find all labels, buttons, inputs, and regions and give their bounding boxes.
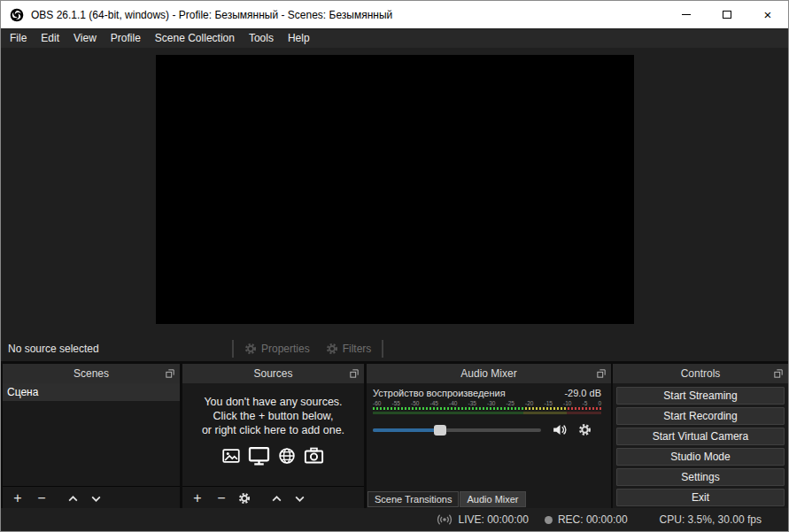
close-button[interactable]: × — [747, 1, 788, 28]
scale-tick: -20 — [525, 400, 533, 406]
move-scene-down-button[interactable] — [90, 493, 102, 505]
volume-meter-bar — [373, 412, 601, 414]
sources-empty-state: You don't have any sources. Click the + … — [182, 395, 364, 437]
display-icon — [248, 445, 270, 466]
preview-area — [1, 48, 788, 335]
maximize-icon — [723, 11, 731, 19]
minimize-button[interactable] — [666, 1, 707, 28]
source-properties-gear-icon[interactable] — [238, 492, 251, 505]
dock-area: Scenes Сцена + − Sources You don — [1, 361, 788, 510]
controls-dock-header[interactable]: Controls — [613, 364, 788, 383]
scale-tick: -30 — [487, 400, 495, 406]
controls-dock-title: Controls — [681, 367, 721, 380]
no-source-label: No source selected — [8, 343, 99, 355]
source-type-icons — [182, 445, 364, 466]
volume-meter-ticks — [373, 407, 601, 410]
maximize-button[interactable] — [707, 1, 747, 28]
live-icon — [436, 513, 453, 526]
scale-tick: -50 — [411, 400, 419, 406]
scenes-toolbar: + − — [3, 486, 180, 510]
menu-profile[interactable]: Profile — [104, 28, 148, 48]
close-icon: × — [764, 8, 772, 21]
add-scene-button[interactable]: + — [11, 490, 25, 506]
menu-tools[interactable]: Tools — [242, 28, 281, 48]
title-bar[interactable]: OBS 26.1.1 (64-bit, windows) - Profile: … — [1, 1, 788, 28]
dock-float-icon[interactable] — [597, 369, 606, 378]
volume-slider-fill — [373, 428, 440, 432]
controls-dock: Controls Start Streaming Start Recording… — [613, 364, 788, 510]
source-toolbar: No source selected Properties Filters — [1, 335, 788, 361]
mixer-channel-header: Устройство воспроизведения -29.0 dB — [373, 388, 601, 398]
settings-button[interactable]: Settings — [616, 468, 785, 486]
rec-icon — [545, 516, 553, 524]
mixer-settings-gear-icon[interactable] — [578, 423, 592, 436]
tab-scene-transitions[interactable]: Scene Transitions — [367, 491, 459, 507]
toolbar-separator — [232, 340, 234, 358]
exit-button[interactable]: Exit — [616, 489, 785, 506]
menu-file[interactable]: File — [3, 28, 34, 48]
minimize-icon — [682, 14, 691, 15]
volume-slider-handle[interactable] — [434, 425, 446, 436]
scale-tick: -40 — [449, 400, 457, 406]
audio-mixer-dock-header[interactable]: Audio Mixer — [367, 364, 611, 383]
move-source-down-button[interactable] — [294, 493, 306, 505]
dock-float-icon[interactable] — [166, 369, 174, 378]
camera-icon — [304, 446, 324, 466]
speaker-icon[interactable] — [552, 422, 567, 437]
sources-dock-title: Sources — [253, 367, 292, 380]
sources-dock: Sources You don't have any sources. Clic… — [182, 364, 364, 510]
start-streaming-button[interactable]: Start Streaming — [616, 387, 785, 405]
window-controls: × — [666, 1, 788, 28]
scale-tick: -45 — [430, 400, 438, 406]
menu-edit[interactable]: Edit — [34, 28, 66, 48]
remove-source-button[interactable]: − — [214, 490, 228, 506]
scenes-dock-title: Scenes — [73, 367, 109, 380]
move-source-up-button[interactable] — [271, 493, 282, 505]
sources-dock-header[interactable]: Sources — [182, 364, 364, 383]
sources-empty-line: or right click here to add one. — [182, 423, 364, 437]
properties-button-label: Properties — [261, 343, 310, 355]
live-status: LIVE: 00:00:00 — [458, 513, 528, 526]
sources-empty-line: Click the + button below, — [182, 409, 364, 423]
filters-button-label: Filters — [343, 343, 372, 355]
filters-button[interactable]: Filters — [318, 338, 380, 359]
gear-icon — [244, 343, 257, 355]
audio-mixer-dock: Audio Mixer Устройство воспроизведения -… — [367, 364, 611, 510]
menu-scene-collection[interactable]: Scene Collection — [148, 28, 242, 48]
sources-list[interactable]: You don't have any sources. Click the + … — [182, 383, 364, 486]
scenes-dock-header[interactable]: Scenes — [3, 364, 180, 383]
start-virtual-camera-button[interactable]: Start Virtual Camera — [616, 428, 785, 445]
scenes-dock: Scenes Сцена + − — [3, 364, 180, 510]
menu-bar: File Edit View Profile Scene Collection … — [1, 28, 788, 48]
menu-help[interactable]: Help — [281, 28, 317, 48]
studio-mode-button[interactable]: Studio Mode — [616, 448, 785, 466]
sources-empty-line: You don't have any sources. — [182, 395, 364, 409]
audio-mixer-body: Устройство воспроизведения -29.0 dB -60 … — [367, 383, 611, 486]
properties-button[interactable]: Properties — [236, 338, 318, 359]
start-recording-button[interactable]: Start Recording — [616, 407, 785, 425]
audio-mixer-dock-title: Audio Mixer — [460, 367, 516, 380]
dock-tab-bar: Scene Transitions Audio Mixer — [367, 491, 526, 507]
preview-canvas[interactable] — [156, 55, 634, 324]
volume-slider[interactable] — [373, 428, 541, 432]
gear-icon — [326, 343, 338, 355]
scene-item[interactable]: Сцена — [3, 383, 180, 401]
scale-tick: -35 — [468, 400, 476, 406]
scenes-list[interactable]: Сцена — [3, 383, 180, 486]
dock-float-icon[interactable] — [350, 369, 359, 378]
scale-tick: -10 — [563, 400, 571, 406]
dock-float-icon[interactable] — [774, 369, 783, 378]
globe-icon — [278, 447, 296, 465]
move-scene-up-button[interactable] — [67, 493, 79, 505]
scale-tick: -25 — [507, 400, 514, 406]
menu-view[interactable]: View — [66, 28, 104, 48]
remove-scene-button[interactable]: − — [35, 490, 49, 506]
sources-toolbar: + − — [182, 486, 364, 510]
obs-window: OBS 26.1.1 (64-bit, windows) - Profile: … — [0, 0, 789, 532]
cpu-status: CPU: 3.5%, 30.00 fps — [660, 513, 762, 526]
scale-tick: -60 — [373, 400, 381, 406]
audio-level-db: -29.0 dB — [564, 388, 601, 398]
add-source-button[interactable]: + — [190, 490, 205, 506]
tab-audio-mixer[interactable]: Audio Mixer — [460, 491, 525, 507]
scale-tick: 0 — [598, 400, 601, 406]
